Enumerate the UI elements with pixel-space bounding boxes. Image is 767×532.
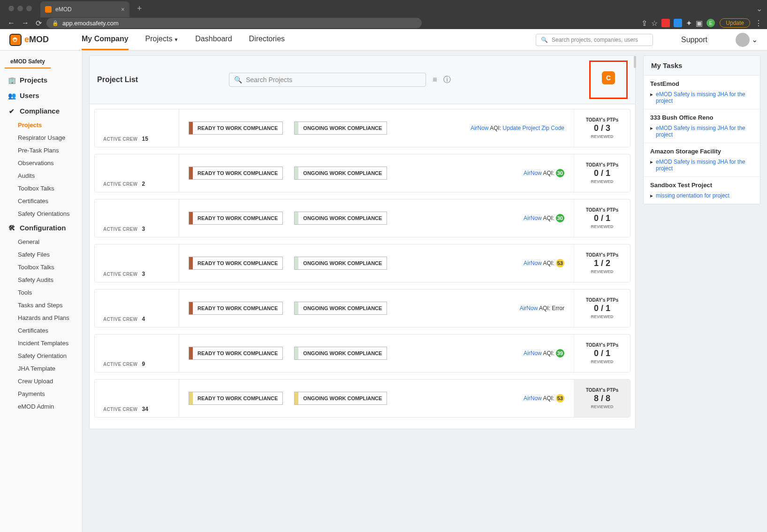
- ready-compliance-button[interactable]: READY TO WORK COMPLIANCE: [189, 122, 283, 135]
- airnow-link[interactable]: AirNow: [524, 350, 542, 357]
- sidebar-group-compliance[interactable]: ✔Compliance: [5, 103, 82, 119]
- ptp-count: 0 / 1: [594, 349, 610, 358]
- sidebar-item-hazards-and-plans[interactable]: Hazards and Plans: [5, 312, 82, 324]
- my-tasks-panel: My Tasks TestEmod▸eMOD Safety is missing…: [643, 55, 760, 205]
- update-zip-link[interactable]: Update Project Zip Code: [503, 125, 564, 131]
- ongoing-compliance-button[interactable]: ONGOING WORK COMPLIANCE: [294, 212, 387, 225]
- airnow-link[interactable]: AirNow: [524, 260, 542, 266]
- airnow-link[interactable]: AirNow: [524, 170, 542, 176]
- sidebar-item-tasks-and-steps[interactable]: Tasks and Steps: [5, 299, 82, 312]
- project-card[interactable]: ACTIVE CREW 34READY TO WORK COMPLIANCEON…: [94, 379, 630, 418]
- logo-icon: ⛑: [9, 34, 22, 46]
- aqi-info: AirNow AQI: Error: [520, 305, 564, 312]
- airnow-link[interactable]: AirNow: [524, 395, 542, 402]
- task-link[interactable]: eMOD Safety is missing JHA for the proje…: [656, 125, 753, 138]
- app-logo[interactable]: ⛑ eMOD: [9, 34, 49, 46]
- airnow-link[interactable]: AirNow: [524, 215, 542, 221]
- scrollbar[interactable]: [634, 56, 636, 68]
- ongoing-compliance-button[interactable]: ONGOING WORK COMPLIANCE: [294, 347, 387, 360]
- sidebar-group-users[interactable]: 👥Users: [5, 88, 82, 103]
- nav-tab-my-company[interactable]: My Company: [82, 29, 129, 50]
- sidebar-item-respirator-usage[interactable]: Respirator Usage: [5, 131, 82, 144]
- lock-icon: 🔒: [52, 20, 59, 26]
- active-crew-label: ACTIVE CREW 3: [103, 271, 173, 277]
- sidebar-item-incident-templates[interactable]: Incident Templates: [5, 337, 82, 350]
- airnow-link[interactable]: AirNow: [471, 125, 489, 131]
- project-card[interactable]: ACTIVE CREW 3READY TO WORK COMPLIANCEONG…: [94, 199, 630, 237]
- back-button[interactable]: ←: [8, 19, 15, 28]
- ready-compliance-button[interactable]: READY TO WORK COMPLIANCE: [189, 302, 283, 315]
- sidebar-group-configuration[interactable]: 🛠Configuration: [5, 220, 82, 236]
- aqi-badge: 53: [556, 259, 564, 267]
- browser-tab[interactable]: eMOD ×: [40, 1, 129, 17]
- sidebar-item-certificates[interactable]: Certificates: [5, 324, 82, 337]
- extensions[interactable]: ⇪ ☆ ✦ ▣ E: [641, 19, 715, 28]
- project-card[interactable]: ACTIVE CREW 3READY TO WORK COMPLIANCEONG…: [94, 244, 630, 282]
- help-icon[interactable]: ⓘ: [443, 75, 451, 85]
- project-card[interactable]: ACTIVE CREW 4READY TO WORK COMPLIANCEONG…: [94, 289, 630, 327]
- project-card[interactable]: ACTIVE CREW 15READY TO WORK COMPLIANCEON…: [94, 109, 630, 147]
- ptp-count: 0 / 1: [594, 168, 610, 178]
- global-search-input[interactable]: 🔍 Search projects, companies, users: [536, 34, 653, 46]
- sidebar-item-safety-orientation[interactable]: Safety Orientation: [5, 350, 82, 362]
- ready-compliance-button[interactable]: READY TO WORK COMPLIANCE: [189, 212, 283, 225]
- sidebar-item-toolbox-talks[interactable]: Toolbox Talks: [5, 182, 82, 195]
- sidebar-company[interactable]: eMOD Safety: [5, 55, 51, 68]
- sidebar-group-projects[interactable]: 🏢Projects: [5, 72, 82, 88]
- app-badge-icon[interactable]: C: [602, 71, 615, 84]
- sidebar-item-jha-template[interactable]: JHA Template: [5, 362, 82, 375]
- sidebar-item-safety-audits[interactable]: Safety Audits: [5, 274, 82, 286]
- sidebar-item-tools[interactable]: Tools: [5, 286, 82, 299]
- ready-compliance-button[interactable]: READY TO WORK COMPLIANCE: [189, 167, 283, 180]
- new-tab-button[interactable]: +: [133, 4, 146, 14]
- ongoing-compliance-button[interactable]: ONGOING WORK COMPLIANCE: [294, 392, 387, 405]
- active-crew-label: ACTIVE CREW 4: [103, 316, 173, 322]
- sidebar-item-pre-task-plans[interactable]: Pre-Task Plans: [5, 144, 82, 157]
- aqi-info: AirNow AQI: 39: [524, 349, 564, 357]
- triangle-icon: ▸: [650, 125, 653, 138]
- sidebar-item-payments[interactable]: Payments: [5, 388, 82, 400]
- forward-button[interactable]: →: [22, 19, 29, 28]
- project-card[interactable]: ACTIVE CREW 9READY TO WORK COMPLIANCEONG…: [94, 334, 630, 372]
- reload-button[interactable]: ⟳: [36, 19, 42, 28]
- avatar: [736, 33, 750, 47]
- sidebar-item-general[interactable]: General: [5, 236, 82, 248]
- sidebar-item-certificates[interactable]: Certificates: [5, 195, 82, 207]
- ongoing-compliance-button[interactable]: ONGOING WORK COMPLIANCE: [294, 122, 387, 135]
- tabs-dropdown-icon[interactable]: ⌄: [756, 4, 762, 13]
- window-controls[interactable]: [5, 6, 37, 11]
- sidebar-item-observations[interactable]: Observations: [5, 157, 82, 169]
- ongoing-compliance-button[interactable]: ONGOING WORK COMPLIANCE: [294, 302, 387, 315]
- nav-tab-directories[interactable]: Directories: [249, 29, 285, 50]
- ongoing-compliance-button[interactable]: ONGOING WORK COMPLIANCE: [294, 167, 387, 180]
- ready-compliance-button[interactable]: READY TO WORK COMPLIANCE: [189, 392, 283, 405]
- ready-compliance-button[interactable]: READY TO WORK COMPLIANCE: [189, 347, 283, 360]
- sidebar-item-safety-files[interactable]: Safety Files: [5, 248, 82, 261]
- user-menu[interactable]: ⌄: [736, 33, 758, 47]
- project-search-input[interactable]: 🔍 Search Projects: [229, 73, 426, 87]
- update-button[interactable]: Update: [720, 18, 750, 28]
- users-icon: 👥: [8, 92, 16, 99]
- browser-menu-icon[interactable]: ⋮: [755, 19, 762, 28]
- sidebar-item-projects[interactable]: Projects: [5, 119, 82, 131]
- ready-compliance-button[interactable]: READY TO WORK COMPLIANCE: [189, 257, 283, 270]
- sidebar-item-toolbox-talks[interactable]: Toolbox Talks: [5, 261, 82, 274]
- filter-icon[interactable]: ≡: [433, 76, 437, 84]
- task-link[interactable]: missing orientation for project: [656, 192, 729, 199]
- sidebar-item-crew-upload[interactable]: Crew Upload: [5, 375, 82, 388]
- ongoing-compliance-button[interactable]: ONGOING WORK COMPLIANCE: [294, 257, 387, 270]
- active-crew-label: ACTIVE CREW 15: [103, 136, 173, 142]
- close-tab-icon[interactable]: ×: [121, 6, 125, 13]
- address-bar[interactable]: 🔒 app.emodsafety.com: [46, 18, 422, 28]
- support-link[interactable]: Support: [681, 36, 707, 44]
- nav-tab-dashboard[interactable]: Dashboard: [195, 29, 232, 50]
- task-link[interactable]: eMOD Safety is missing JHA for the proje…: [656, 159, 753, 172]
- airnow-link[interactable]: AirNow: [520, 305, 538, 312]
- task-link[interactable]: eMOD Safety is missing JHA for the proje…: [656, 91, 753, 104]
- sidebar-item-audits[interactable]: Audits: [5, 169, 82, 182]
- sidebar-item-emod-admin[interactable]: eMOD Admin: [5, 400, 82, 413]
- nav-tab-projects[interactable]: Projects▼: [145, 29, 179, 50]
- project-card[interactable]: ACTIVE CREW 2READY TO WORK COMPLIANCEONG…: [94, 154, 630, 192]
- sidebar-item-safety-orientations[interactable]: Safety Orientations: [5, 207, 82, 220]
- compliance-icon: ✔: [8, 107, 16, 115]
